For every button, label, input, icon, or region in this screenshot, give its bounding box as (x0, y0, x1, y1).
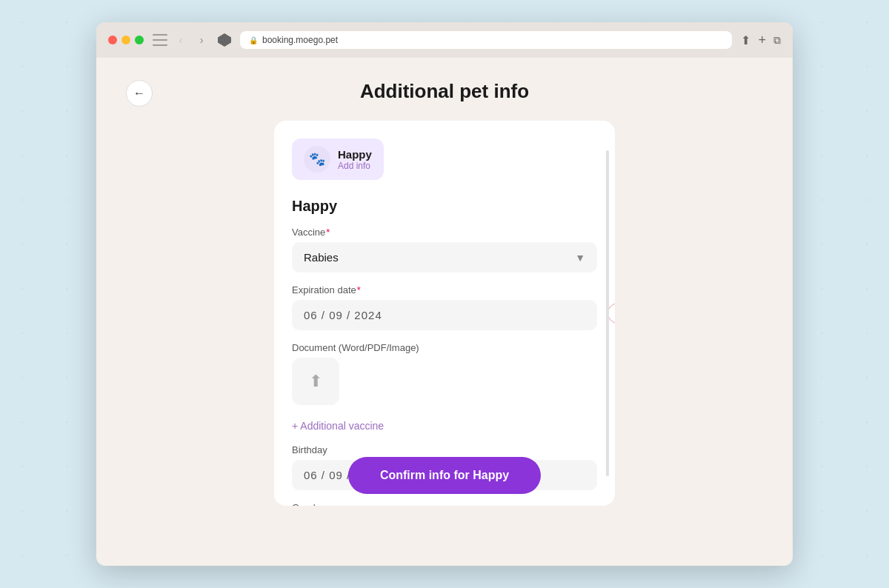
expiration-input[interactable]: 06 / 09 / 2024 (292, 300, 597, 330)
pet-tab-happy[interactable]: 🐾 Happy Add info (292, 138, 384, 180)
maximize-button[interactable] (135, 36, 144, 44)
confirm-button[interactable]: Confirm info for Happy (348, 457, 541, 494)
pet-tab-info: Happy Add info (338, 148, 372, 171)
page-content: ← Additional pet info 🐾 Happy Add info H… (96, 58, 793, 566)
expiration-field-group: Expiration date* 06 / 09 / 2024 (292, 284, 597, 330)
pet-avatar: 🐾 (304, 146, 330, 173)
birthday-label: Birthday (292, 444, 597, 455)
browser-window: ‹ › 🔒 booking.moego.pet ⬆ + ⧉ ← Addition… (96, 22, 793, 566)
browser-controls: ‹ › (153, 33, 209, 47)
gender-label: Gender (292, 502, 597, 506)
lock-icon: 🔒 (249, 36, 258, 44)
vaccine-field-group: Vaccine* Rabies ▼ (292, 227, 597, 273)
chevron-down-icon: ▼ (575, 252, 585, 264)
expiration-label: Expiration date* (292, 284, 597, 295)
back-nav-button[interactable]: ‹ (173, 33, 188, 47)
close-button[interactable] (108, 36, 117, 44)
pet-tab-sub: Add info (338, 161, 372, 171)
browser-chrome: ‹ › 🔒 booking.moego.pet ⬆ + ⧉ (96, 22, 793, 58)
back-button[interactable]: ← (126, 80, 153, 107)
pet-tabs: 🐾 Happy Add info (292, 138, 597, 180)
gender-field-group: Gender Female Male (292, 502, 597, 506)
add-vaccine-link[interactable]: + Additional vaccine (292, 420, 384, 432)
upload-icon: ⬆ (309, 372, 322, 391)
form-card: 🐾 Happy Add info Happy Vaccine* Rabies ▼ (274, 121, 615, 506)
new-tab-icon[interactable]: + (758, 33, 766, 48)
document-label: Document (Word/PDF/Image) (292, 342, 597, 353)
scroll-indicator (607, 303, 615, 324)
traffic-lights (108, 36, 144, 44)
form-section-title: Happy (292, 198, 597, 215)
minimize-button[interactable] (121, 36, 130, 44)
document-upload-button[interactable]: ⬆ (292, 358, 339, 405)
expiration-required-star: * (357, 284, 361, 295)
vaccine-select[interactable]: Rabies ▼ (292, 242, 597, 273)
vaccine-required-star: * (326, 227, 330, 238)
address-bar[interactable]: 🔒 booking.moego.pet (240, 31, 732, 49)
vaccine-value: Rabies (304, 251, 339, 264)
tabs-icon[interactable]: ⧉ (773, 34, 781, 47)
url-text: booking.moego.pet (262, 35, 338, 45)
forward-nav-button[interactable]: › (194, 33, 209, 47)
extension-icon (218, 33, 231, 47)
page-title: Additional pet info (126, 80, 763, 103)
back-arrow-icon: ← (133, 87, 145, 100)
document-field-group: Document (Word/PDF/Image) ⬆ (292, 342, 597, 405)
sidebar-toggle-icon[interactable] (153, 34, 167, 46)
share-icon[interactable]: ⬆ (741, 33, 750, 47)
vaccine-label: Vaccine* (292, 227, 597, 238)
browser-actions: ⬆ + ⧉ (741, 33, 781, 48)
pet-tab-name: Happy (338, 148, 372, 161)
